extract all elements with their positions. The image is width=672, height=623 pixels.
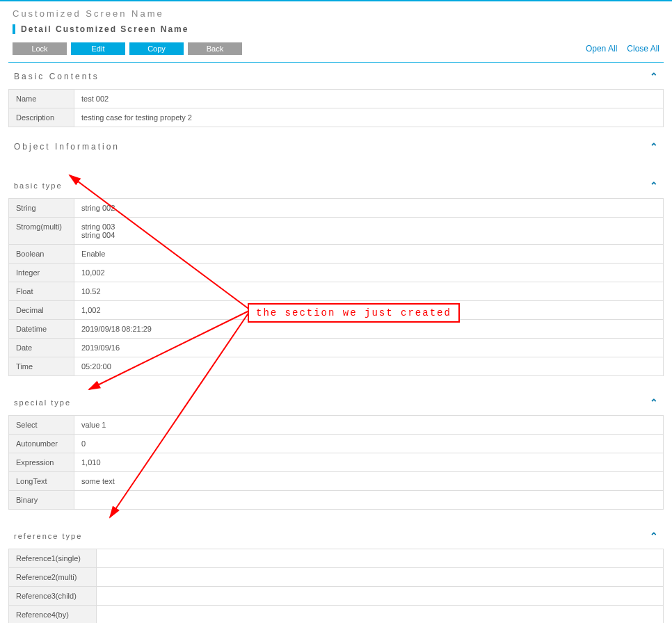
table-row: Binary bbox=[9, 491, 664, 510]
ref3-value bbox=[97, 587, 664, 606]
table-row: Reference1(single) bbox=[9, 549, 664, 568]
table-row: Descriptiontesting case for testing prop… bbox=[9, 108, 664, 127]
ref4-value bbox=[97, 606, 664, 624]
object-info-panel: Object Information ⌃ basic type ⌃ String… bbox=[8, 137, 664, 623]
table-row: Selectvalue 1 bbox=[9, 416, 664, 435]
basic-contents-header[interactable]: Basic Contents ⌃ bbox=[8, 67, 664, 89]
float-label: Float bbox=[9, 282, 74, 301]
table-row: Nametest 002 bbox=[9, 90, 664, 108]
binary-label: Binary bbox=[9, 491, 74, 510]
ref2-label: Reference2(multi) bbox=[9, 568, 97, 587]
time-label: Time bbox=[9, 357, 74, 376]
ref1-label: Reference1(single) bbox=[9, 549, 97, 568]
special-type-header[interactable]: special type ⌃ bbox=[8, 393, 664, 415]
page-subtitle: Detail Customized Screen Name bbox=[0, 22, 672, 41]
time-value: 05:20:00 bbox=[74, 357, 664, 376]
strmulti-2: string 004 bbox=[81, 231, 115, 239]
select-label: Select bbox=[9, 416, 74, 435]
longtext-label: LongText bbox=[9, 472, 74, 491]
basic-contents-table: Nametest 002 Descriptiontesting case for… bbox=[8, 89, 664, 127]
name-value: test 002 bbox=[74, 90, 664, 108]
table-row: Stromg(multi)string 003string 004 bbox=[9, 218, 664, 245]
string-multi-value: string 003string 004 bbox=[74, 218, 664, 245]
table-row: Decimal1,002 bbox=[9, 301, 664, 320]
accent-bar-icon bbox=[13, 24, 15, 34]
integer-value: 10,002 bbox=[74, 264, 664, 282]
table-row: Float10.52 bbox=[9, 282, 664, 301]
subtitle-text: Detail Customized Screen Name bbox=[21, 24, 189, 34]
reference-type-title: reference type bbox=[14, 532, 650, 540]
edit-button[interactable]: Edit bbox=[71, 42, 125, 55]
toolbar: Lock Edit Copy Back Open All Close All bbox=[0, 41, 672, 62]
autonumber-label: Autonumber bbox=[9, 435, 74, 453]
chevron-up-icon: ⌃ bbox=[650, 397, 658, 408]
table-row: Reference2(multi) bbox=[9, 568, 664, 587]
float-value: 10.52 bbox=[74, 282, 664, 301]
table-row: LongTextsome text bbox=[9, 472, 664, 491]
longtext-value: some text bbox=[74, 472, 664, 491]
chevron-up-icon: ⌃ bbox=[650, 531, 658, 542]
expression-value: 1,010 bbox=[74, 453, 664, 472]
description-label: Description bbox=[9, 108, 74, 127]
special-type-title: special type bbox=[14, 398, 650, 407]
lock-button[interactable]: Lock bbox=[13, 42, 67, 55]
integer-label: Integer bbox=[9, 264, 74, 282]
reference-type-header[interactable]: reference type ⌃ bbox=[8, 526, 664, 549]
copy-button[interactable]: Copy bbox=[129, 42, 184, 55]
reference-type-section: reference type ⌃ Reference1(single) Refe… bbox=[8, 526, 664, 623]
basic-contents-panel: Basic Contents ⌃ Nametest 002 Descriptio… bbox=[8, 67, 664, 127]
basic-type-header[interactable]: basic type ⌃ bbox=[8, 176, 664, 198]
ref4-label: Reference4(by) bbox=[9, 606, 97, 624]
datetime-value: 2019/09/18 08:21:29 bbox=[74, 320, 664, 339]
chevron-up-icon: ⌃ bbox=[650, 141, 658, 152]
table-row: Reference4(by) bbox=[9, 606, 664, 624]
string-label: String bbox=[9, 199, 74, 218]
binary-value bbox=[74, 491, 664, 510]
boolean-label: Boolean bbox=[9, 245, 74, 264]
reference-type-table: Reference1(single) Reference2(multi) Ref… bbox=[8, 549, 664, 623]
decimal-value: 1,002 bbox=[74, 301, 664, 320]
basic-type-title: basic type bbox=[14, 181, 650, 190]
table-row: BooleanEnable bbox=[9, 245, 664, 264]
page-title: Customized Screen Name bbox=[0, 1, 672, 22]
select-value: value 1 bbox=[74, 416, 664, 435]
string-value: string 002 bbox=[74, 199, 664, 218]
table-row: Date2019/09/16 bbox=[9, 339, 664, 357]
chevron-up-icon: ⌃ bbox=[650, 180, 658, 191]
decimal-label: Decimal bbox=[9, 301, 74, 320]
date-label: Date bbox=[9, 339, 74, 357]
name-label: Name bbox=[9, 90, 74, 108]
table-row: Expression1,010 bbox=[9, 453, 664, 472]
autonumber-value: 0 bbox=[74, 435, 664, 453]
table-row: Stringstring 002 bbox=[9, 199, 664, 218]
basic-type-section: basic type ⌃ Stringstring 002 Stromg(mul… bbox=[8, 176, 664, 376]
string-multi-label: Stromg(multi) bbox=[9, 218, 74, 245]
strmulti-1: string 003 bbox=[81, 222, 115, 231]
open-all-link[interactable]: Open All bbox=[586, 44, 617, 54]
back-button[interactable]: Back bbox=[188, 42, 242, 55]
description-value: testing case for testing propety 2 bbox=[74, 108, 664, 127]
basic-contents-title: Basic Contents bbox=[14, 72, 650, 81]
ref3-label: Reference3(child) bbox=[9, 587, 97, 606]
chevron-up-icon: ⌃ bbox=[650, 71, 658, 82]
table-row: Integer10,002 bbox=[9, 264, 664, 282]
special-type-table: Selectvalue 1 Autonumber0 Expression1,01… bbox=[8, 415, 664, 510]
special-type-section: special type ⌃ Selectvalue 1 Autonumber0… bbox=[8, 393, 664, 510]
divider bbox=[8, 62, 664, 63]
table-row: Time05:20:00 bbox=[9, 357, 664, 376]
table-row: Autonumber0 bbox=[9, 435, 664, 453]
basic-type-table: Stringstring 002 Stromg(multi)string 003… bbox=[8, 198, 664, 376]
ref1-value bbox=[97, 549, 664, 568]
boolean-value: Enable bbox=[74, 245, 664, 264]
table-row: Reference3(child) bbox=[9, 587, 664, 606]
object-info-title: Object Information bbox=[14, 142, 650, 152]
expression-label: Expression bbox=[9, 453, 74, 472]
ref2-value bbox=[97, 568, 664, 587]
date-value: 2019/09/16 bbox=[74, 339, 664, 357]
table-row: Datetime2019/09/18 08:21:29 bbox=[9, 320, 664, 339]
close-all-link[interactable]: Close All bbox=[627, 44, 659, 54]
datetime-label: Datetime bbox=[9, 320, 74, 339]
object-info-header[interactable]: Object Information ⌃ bbox=[8, 137, 664, 159]
